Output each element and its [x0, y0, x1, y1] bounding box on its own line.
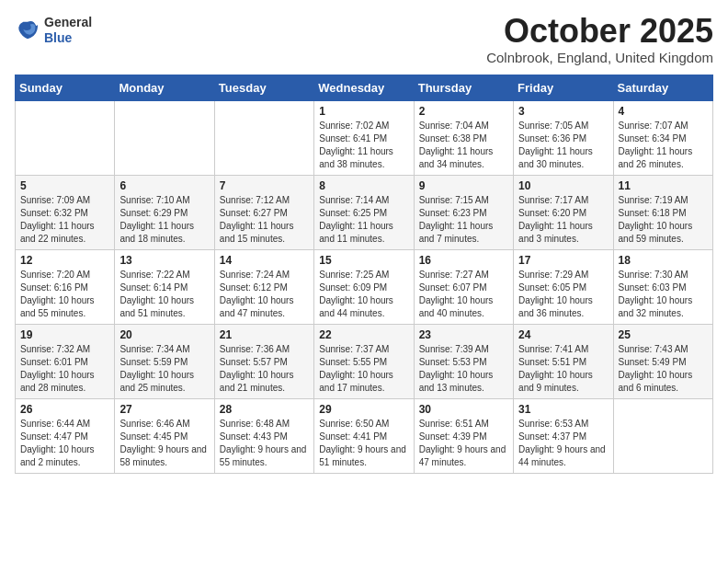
calendar-cell: 23Sunrise: 7:39 AMSunset: 5:53 PMDayligh… [414, 325, 513, 399]
day-number: 23 [419, 328, 508, 341]
day-detail: Sunrise: 7:24 AMSunset: 6:12 PMDaylight:… [220, 269, 309, 320]
day-detail: Sunrise: 7:32 AMSunset: 6:01 PMDaylight:… [20, 343, 109, 395]
day-detail: Sunrise: 7:17 AMSunset: 6:20 PMDaylight:… [518, 194, 608, 246]
day-detail: Sunrise: 7:19 AMSunset: 6:18 PMDaylight:… [619, 194, 708, 246]
calendar-cell: 27Sunrise: 6:46 AMSunset: 4:45 PMDayligh… [115, 399, 214, 474]
day-number: 6 [119, 179, 209, 192]
logo-general: General [44, 15, 92, 30]
calendar-cell [214, 101, 313, 176]
day-number: 31 [518, 403, 608, 416]
calendar-cell: 31Sunrise: 6:53 AMSunset: 4:37 PMDayligh… [514, 399, 613, 474]
day-detail: Sunrise: 6:53 AMSunset: 4:37 PMDaylight:… [518, 418, 608, 469]
day-number: 29 [319, 403, 408, 416]
day-detail: Sunrise: 7:22 AMSunset: 6:14 PMDaylight:… [119, 269, 209, 320]
day-number: 19 [20, 328, 109, 341]
calendar-week-1: 1Sunrise: 7:02 AMSunset: 6:41 PMDaylight… [16, 101, 713, 176]
day-detail: Sunrise: 7:43 AMSunset: 5:49 PMDaylight:… [619, 343, 708, 395]
calendar-cell [16, 101, 115, 176]
day-number: 7 [220, 179, 309, 192]
day-detail: Sunrise: 6:51 AMSunset: 4:39 PMDaylight:… [419, 418, 508, 469]
day-detail: Sunrise: 7:04 AMSunset: 6:38 PMDaylight:… [419, 120, 508, 171]
calendar-cell [613, 399, 712, 474]
day-number: 11 [619, 179, 708, 192]
calendar-cell [115, 101, 214, 176]
calendar-cell: 10Sunrise: 7:17 AMSunset: 6:20 PMDayligh… [514, 176, 613, 250]
calendar-header-row: SundayMondayTuesdayWednesdayThursdayFrid… [16, 75, 713, 101]
day-number: 10 [518, 179, 608, 192]
day-detail: Sunrise: 7:14 AMSunset: 6:25 PMDaylight:… [319, 194, 408, 246]
day-detail: Sunrise: 7:15 AMSunset: 6:23 PMDaylight:… [419, 194, 508, 246]
calendar-cell: 15Sunrise: 7:25 AMSunset: 6:09 PMDayligh… [314, 250, 414, 325]
day-number: 14 [220, 254, 309, 267]
day-number: 16 [419, 254, 508, 267]
day-detail: Sunrise: 7:05 AMSunset: 6:36 PMDaylight:… [518, 120, 608, 171]
calendar-cell: 6Sunrise: 7:10 AMSunset: 6:29 PMDaylight… [115, 176, 214, 250]
day-number: 13 [119, 254, 209, 267]
day-detail: Sunrise: 6:44 AMSunset: 4:47 PMDaylight:… [20, 418, 109, 469]
logo-blue: Blue [44, 30, 92, 46]
calendar-cell: 20Sunrise: 7:34 AMSunset: 5:59 PMDayligh… [115, 325, 214, 399]
day-number: 5 [20, 179, 109, 192]
calendar-week-4: 19Sunrise: 7:32 AMSunset: 6:01 PMDayligh… [16, 325, 713, 399]
calendar-cell: 9Sunrise: 7:15 AMSunset: 6:23 PMDaylight… [414, 176, 513, 250]
calendar-header-friday: Friday [514, 75, 613, 101]
logo-text: General Blue [44, 15, 92, 46]
location: Colnbrook, England, United Kingdom [486, 50, 713, 65]
day-number: 25 [619, 328, 708, 341]
day-number: 8 [319, 179, 408, 192]
calendar-header-monday: Monday [115, 75, 214, 101]
calendar-header-tuesday: Tuesday [214, 75, 313, 101]
calendar-cell: 16Sunrise: 7:27 AMSunset: 6:07 PMDayligh… [414, 250, 513, 325]
calendar-cell: 3Sunrise: 7:05 AMSunset: 6:36 PMDaylight… [514, 101, 613, 176]
calendar-cell: 25Sunrise: 7:43 AMSunset: 5:49 PMDayligh… [613, 325, 712, 399]
calendar-cell: 11Sunrise: 7:19 AMSunset: 6:18 PMDayligh… [613, 176, 712, 250]
day-detail: Sunrise: 7:37 AMSunset: 5:55 PMDaylight:… [319, 343, 408, 395]
calendar-table: SundayMondayTuesdayWednesdayThursdayFrid… [15, 75, 713, 474]
day-number: 4 [619, 105, 708, 118]
day-number: 18 [619, 254, 708, 267]
calendar-week-3: 12Sunrise: 7:20 AMSunset: 6:16 PMDayligh… [16, 250, 713, 325]
calendar-header-thursday: Thursday [414, 75, 513, 101]
calendar-cell: 29Sunrise: 6:50 AMSunset: 4:41 PMDayligh… [314, 399, 414, 474]
day-detail: Sunrise: 7:41 AMSunset: 5:51 PMDaylight:… [518, 343, 608, 395]
day-detail: Sunrise: 7:39 AMSunset: 5:53 PMDaylight:… [419, 343, 508, 395]
day-number: 20 [119, 328, 209, 341]
calendar-cell: 8Sunrise: 7:14 AMSunset: 6:25 PMDaylight… [314, 176, 414, 250]
title-block: October 2025 Colnbrook, England, United … [486, 15, 713, 65]
calendar-cell: 21Sunrise: 7:36 AMSunset: 5:57 PMDayligh… [214, 325, 313, 399]
day-number: 3 [518, 105, 608, 118]
calendar-cell: 7Sunrise: 7:12 AMSunset: 6:27 PMDaylight… [214, 176, 313, 250]
day-number: 28 [220, 403, 309, 416]
day-detail: Sunrise: 6:50 AMSunset: 4:41 PMDaylight:… [319, 418, 408, 469]
day-detail: Sunrise: 7:02 AMSunset: 6:41 PMDaylight:… [319, 120, 408, 171]
day-number: 15 [319, 254, 408, 267]
calendar-cell: 26Sunrise: 6:44 AMSunset: 4:47 PMDayligh… [16, 399, 115, 474]
calendar-week-5: 26Sunrise: 6:44 AMSunset: 4:47 PMDayligh… [16, 399, 713, 474]
day-detail: Sunrise: 7:34 AMSunset: 5:59 PMDaylight:… [119, 343, 209, 395]
logo-icon [15, 17, 40, 43]
day-detail: Sunrise: 6:48 AMSunset: 4:43 PMDaylight:… [220, 418, 309, 469]
day-number: 1 [319, 105, 408, 118]
month-title: October 2025 [486, 15, 713, 48]
day-detail: Sunrise: 7:27 AMSunset: 6:07 PMDaylight:… [419, 269, 508, 320]
page-header: General Blue October 2025 Colnbrook, Eng… [15, 15, 713, 65]
day-detail: Sunrise: 7:25 AMSunset: 6:09 PMDaylight:… [319, 269, 408, 320]
day-number: 21 [220, 328, 309, 341]
day-number: 9 [419, 179, 508, 192]
day-number: 22 [319, 328, 408, 341]
day-detail: Sunrise: 7:10 AMSunset: 6:29 PMDaylight:… [119, 194, 209, 246]
day-number: 2 [419, 105, 508, 118]
day-detail: Sunrise: 7:20 AMSunset: 6:16 PMDaylight:… [20, 269, 109, 320]
day-detail: Sunrise: 7:36 AMSunset: 5:57 PMDaylight:… [220, 343, 309, 395]
calendar-header-saturday: Saturday [613, 75, 712, 101]
day-number: 12 [20, 254, 109, 267]
calendar-week-2: 5Sunrise: 7:09 AMSunset: 6:32 PMDaylight… [16, 176, 713, 250]
calendar-cell: 17Sunrise: 7:29 AMSunset: 6:05 PMDayligh… [514, 250, 613, 325]
day-detail: Sunrise: 7:30 AMSunset: 6:03 PMDaylight:… [619, 269, 708, 320]
day-number: 27 [119, 403, 209, 416]
calendar-cell: 28Sunrise: 6:48 AMSunset: 4:43 PMDayligh… [214, 399, 313, 474]
day-number: 26 [20, 403, 109, 416]
calendar-cell: 2Sunrise: 7:04 AMSunset: 6:38 PMDaylight… [414, 101, 513, 176]
calendar-cell: 1Sunrise: 7:02 AMSunset: 6:41 PMDaylight… [314, 101, 414, 176]
calendar-cell: 30Sunrise: 6:51 AMSunset: 4:39 PMDayligh… [414, 399, 513, 474]
